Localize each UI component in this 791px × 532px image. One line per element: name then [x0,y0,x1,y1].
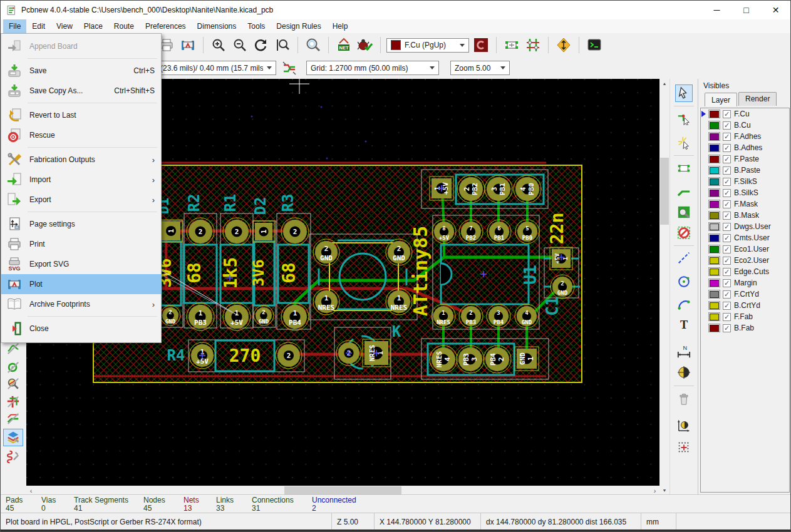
layer-color-swatch[interactable] [708,245,720,253]
redraw-button[interactable] [252,36,271,54]
via-display-button[interactable] [3,359,23,376]
netlist-button[interactable]: NET [334,36,353,54]
horizontal-scrollbar[interactable]: ‹ › [26,486,659,495]
layer-color-swatch[interactable] [708,166,720,175]
layer-visibility-checkbox[interactable]: ✓ [723,268,731,276]
menu-tools[interactable]: Tools [242,19,271,33]
find-button[interactable] [304,36,323,54]
layer-row-f-cu[interactable]: ✓F.Cu [701,108,789,120]
layer-visibility-checkbox[interactable]: ✓ [723,121,731,130]
add-footprint-tool[interactable] [675,160,693,177]
menu-item-rescue[interactable]: Rescue [1,125,161,145]
layer-visibility-checkbox[interactable]: ✓ [723,290,731,299]
layer-row-cmts-user[interactable]: ✓Cmts.User [701,232,789,243]
layer-row-f-paste[interactable]: ✓F.Paste [701,153,789,165]
layer-visibility-checkbox[interactable]: ✓ [723,189,731,197]
scroll-right-arrow[interactable]: › [650,486,659,495]
menu-item-plot[interactable]: Plot [1,274,161,294]
layer-color-swatch[interactable] [708,279,720,287]
menu-item-append-board[interactable]: Append Board [1,36,161,56]
layer-color-swatch[interactable] [708,222,720,231]
footprint-mode-button[interactable] [502,36,521,54]
layer-color-swatch[interactable] [708,155,720,163]
layers-manager-button[interactable] [3,429,23,446]
menu-place[interactable]: Place [78,19,108,33]
menu-item-save-copy-as[interactable]: Save Copy As...Ctrl+Shift+S [1,81,161,101]
grid-select[interactable]: Grid: 1.2700 mm (50.00 mils) [306,61,439,75]
zoom-out-button[interactable] [230,36,249,54]
layer-color-swatch[interactable] [708,301,720,310]
track-width-icon-button[interactable] [280,59,299,78]
drc-check-button[interactable] [356,36,375,54]
layer-row-edge-cuts[interactable]: ✓Edge.Cuts [701,266,789,277]
layer-color-swatch[interactable] [708,177,720,186]
layer-color-swatch[interactable] [708,200,720,208]
route-track-tool[interactable] [675,183,693,200]
layer-visibility-checkbox[interactable]: ✓ [723,178,731,186]
menu-item-fabrication-outputs[interactable]: Fabrication Outputs› [1,150,161,170]
layer-select[interactable]: F.Cu (PgUp) [386,38,469,53]
layer-visibility-checkbox[interactable]: ✓ [723,234,731,242]
layer-visibility-checkbox[interactable]: ✓ [723,324,731,332]
layer-visibility-checkbox[interactable]: ✓ [723,223,731,231]
vertical-scroll-thumb[interactable] [660,158,669,225]
layer-row-b-paste[interactable]: ✓B.Paste [701,165,789,176]
menu-edit[interactable]: Edit [26,19,51,33]
layer-row-b-crtyd[interactable]: ✓B.CrtYd [701,300,789,311]
scroll-left-arrow[interactable]: ‹ [26,486,36,495]
layer-color-swatch[interactable] [708,188,720,197]
maximize-button[interactable]: □ [732,1,761,19]
layer-row-f-adhes[interactable]: ✓F.Adhes [701,131,789,142]
layer-color-swatch[interactable] [708,143,720,152]
layer-row-b-silks[interactable]: ✓B.SilkS [701,187,789,198]
add-line-tool[interactable] [675,249,693,267]
layer-visibility-checkbox[interactable]: ✓ [723,144,731,152]
menu-view[interactable]: View [51,19,78,33]
layer-row-b-fab[interactable]: ✓B.Fab [701,322,789,334]
layer-visibility-checkbox[interactable]: ✓ [723,133,731,141]
layer-visibility-checkbox[interactable]: ✓ [723,200,731,208]
zoom-fit-button[interactable] [273,36,292,54]
layer-color-swatch[interactable] [708,233,720,242]
scroll-up-arrow[interactable]: ▲ [659,79,670,88]
drc-magnifier-button[interactable] [3,375,23,392]
layer-pair-button[interactable] [472,36,490,54]
tab-layer[interactable]: Layer [705,93,737,106]
add-zone-tool[interactable] [675,203,693,221]
layer-row-f-silks[interactable]: ✓F.SilkS [701,176,789,187]
layer-color-swatch[interactable] [708,132,720,141]
layer-row-f-mask[interactable]: ✓F.Mask [701,198,789,210]
add-dimension-tool[interactable]: N [675,343,693,361]
menu-file[interactable]: File [3,19,26,33]
layer-row-eco1-user[interactable]: ✓Eco1.User [701,243,789,255]
menu-item-page-settings[interactable]: Page settings [1,214,161,234]
layer-row-f-fab[interactable]: ✓F.Fab [701,311,789,322]
add-keepout-tool[interactable] [675,224,693,242]
select-tool[interactable] [675,84,693,102]
menu-item-archive-footprints[interactable]: Archive Footprints› [1,294,161,314]
menu-item-close[interactable]: Close [1,319,161,339]
layer-row-b-cu[interactable]: ✓B.Cu [701,120,789,131]
fast-access-button[interactable] [554,36,573,54]
layer-row-f-crtyd[interactable]: ✓F.CrtYd [701,289,789,300]
highlight-net-tool[interactable] [675,110,693,127]
vertical-scrollbar[interactable]: ▲ ▼ [659,79,670,495]
menu-dimensions[interactable]: Dimensions [192,19,242,33]
scroll-down-arrow[interactable]: ▼ [659,486,670,495]
layer-color-swatch[interactable] [708,312,720,321]
zoom-select[interactable]: Zoom 5.00 [450,61,510,75]
tracks-sketch-button[interactable] [3,410,23,427]
cross-tracks-button[interactable] [3,393,23,411]
layer-color-swatch[interactable] [708,324,720,332]
layer-color-swatch[interactable] [708,121,720,130]
menu-item-print[interactable]: Print [1,234,161,254]
track-width-select[interactable]: (23.6 mils)/ 0.40 mm (15.7 mils) * [156,61,276,75]
layer-visibility-checkbox[interactable]: ✓ [723,155,731,163]
python-console-button[interactable] [585,36,604,54]
menu-route[interactable]: Route [108,19,140,33]
microwave-tools-button[interactable] [3,448,23,466]
add-arc-tool[interactable] [675,296,693,314]
close-button[interactable]: ✕ [761,1,790,19]
layer-color-swatch[interactable] [708,267,720,276]
tab-render[interactable]: Render [738,92,777,106]
